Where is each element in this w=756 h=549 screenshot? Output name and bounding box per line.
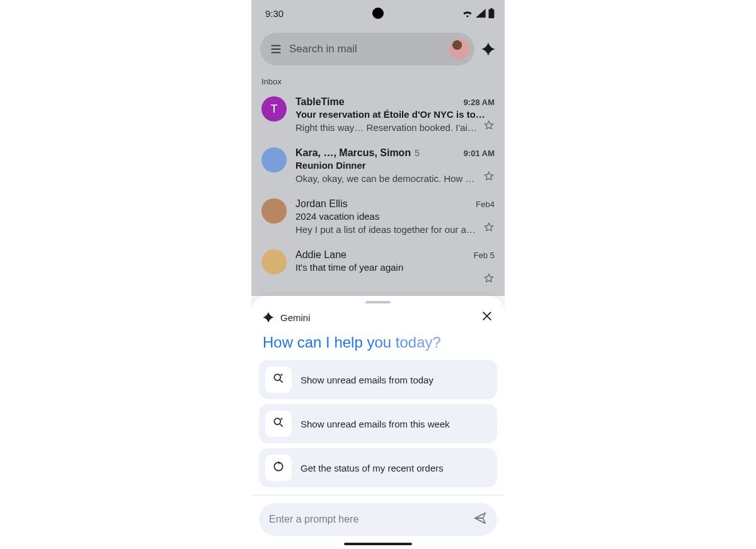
email-subject: Your reservation at Étoile d'Or NYC is t… (295, 109, 495, 120)
gemini-sparkle-button[interactable] (481, 42, 496, 57)
sparkle-icon (263, 312, 274, 323)
suggestion-item[interactable]: Get the status of my recent orders (259, 448, 497, 487)
email-body: TableTime9:28 AMYour reservation at Étoi… (295, 96, 495, 133)
email-subject: 2024 vacation ideas (295, 211, 495, 222)
suggestion-icon-box (265, 455, 292, 481)
star-icon (483, 171, 495, 182)
suggestion-label: Show unread emails from this week (301, 419, 450, 429)
email-avatar (261, 147, 287, 173)
email-avatar (261, 198, 287, 224)
star-button[interactable] (483, 222, 495, 235)
cellular-icon (476, 9, 486, 18)
email-avatar: T (261, 96, 287, 122)
wifi-icon (462, 9, 473, 18)
phone-frame: 9:30 Search in mail Inbox (251, 0, 505, 549)
email-list: TTableTime9:28 AMYour reservation at Éto… (251, 90, 505, 294)
refresh-icon (272, 460, 285, 475)
status-time: 9:30 (265, 8, 284, 19)
suggestion-icon-box (265, 366, 292, 393)
suggestion-item[interactable]: Show unread emails from today (259, 360, 497, 399)
email-subject: It's that time of year again (295, 262, 495, 273)
suggestion-item[interactable]: Show unread emails from this week (259, 404, 497, 443)
email-body: Addie LaneFeb 5It's that time of year ag… (295, 249, 495, 286)
sheet-drag-handle[interactable] (365, 301, 391, 303)
email-item[interactable]: Jordan EllisFeb42024 vacation ideasHey I… (251, 192, 505, 243)
email-sender: Addie Lane (295, 249, 346, 261)
close-icon (481, 310, 493, 322)
status-icons (462, 8, 495, 18)
star-button[interactable] (483, 120, 495, 133)
email-time: 9:28 AM (464, 98, 495, 107)
send-icon (473, 511, 487, 525)
suggestion-label: Show unread emails from today (301, 375, 433, 385)
prompt-input-pill[interactable] (259, 503, 497, 536)
close-button[interactable] (481, 310, 493, 325)
email-time: 9:01 AM (464, 149, 495, 158)
email-sender: Jordan Ellis (295, 198, 348, 210)
status-bar: 9:30 (251, 0, 505, 26)
email-item[interactable]: TTableTime9:28 AMYour reservation at Éto… (251, 90, 505, 141)
email-snippet: Right this way… Reservation booked. I'ai… (295, 122, 479, 133)
sheet-title: Gemini (280, 312, 311, 323)
email-time: Feb4 (476, 200, 495, 209)
send-button[interactable] (473, 511, 487, 528)
email-sender: TableTime (295, 96, 345, 108)
dimmed-overlay: 9:30 Search in mail Inbox (251, 0, 505, 296)
sparkle-search-icon (272, 416, 285, 431)
email-item[interactable]: Kara, …, Marcus, Simon59:01 AMReunion Di… (251, 141, 505, 192)
suggestion-list: Show unread emails from todayShow unread… (251, 360, 505, 487)
inbox-label: Inbox (251, 69, 505, 90)
email-body: Kara, …, Marcus, Simon59:01 AMReunion Di… (295, 147, 495, 184)
star-button[interactable] (483, 273, 495, 286)
hamburger-icon[interactable] (269, 42, 283, 56)
search-placeholder: Search in mail (289, 43, 357, 55)
svg-point-1 (274, 418, 280, 424)
input-row (251, 495, 505, 543)
email-snippet: Hey I put a list of ideas together for o… (295, 224, 479, 235)
email-subject: Reunion Dinner (295, 160, 495, 171)
gemini-bottom-sheet: Gemini How can I help you today? Show un… (251, 296, 505, 549)
email-snippet: Okay, okay, we can be democratic. How ab… (295, 173, 479, 184)
email-time: Feb 5 (474, 251, 495, 260)
battery-icon (488, 8, 495, 18)
email-sender: Kara, …, Marcus, Simon5 (295, 147, 420, 159)
star-icon (483, 120, 495, 131)
search-bar[interactable]: Search in mail (260, 33, 474, 65)
android-nav-bar[interactable] (344, 543, 412, 545)
star-icon (483, 273, 495, 284)
search-row: Search in mail (251, 29, 505, 69)
profile-avatar[interactable] (449, 39, 469, 59)
star-button[interactable] (483, 171, 495, 184)
email-body: Jordan EllisFeb42024 vacation ideasHey I… (295, 198, 495, 235)
svg-point-0 (274, 374, 280, 380)
prompt-input[interactable] (269, 514, 473, 525)
star-icon (483, 222, 495, 233)
email-item[interactable]: Addie LaneFeb 5It's that time of year ag… (251, 243, 505, 294)
gemini-headline: How can I help you today? (251, 327, 505, 360)
suggestion-label: Get the status of my recent orders (301, 463, 444, 473)
sparkle-search-icon (272, 372, 285, 387)
camera-cutout (372, 8, 384, 19)
email-avatar (261, 249, 287, 274)
suggestion-icon-box (265, 410, 292, 437)
sheet-header: Gemini (251, 306, 505, 327)
